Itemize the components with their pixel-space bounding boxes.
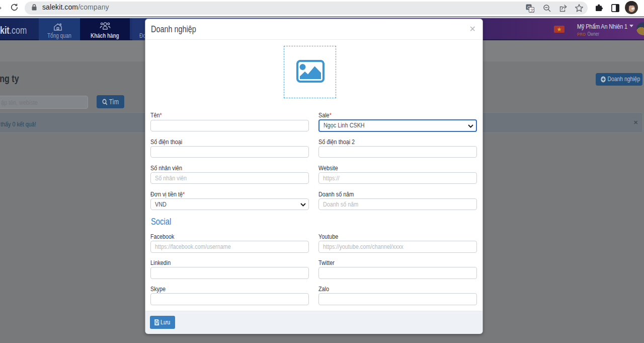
- svg-text:文: 文: [530, 8, 534, 13]
